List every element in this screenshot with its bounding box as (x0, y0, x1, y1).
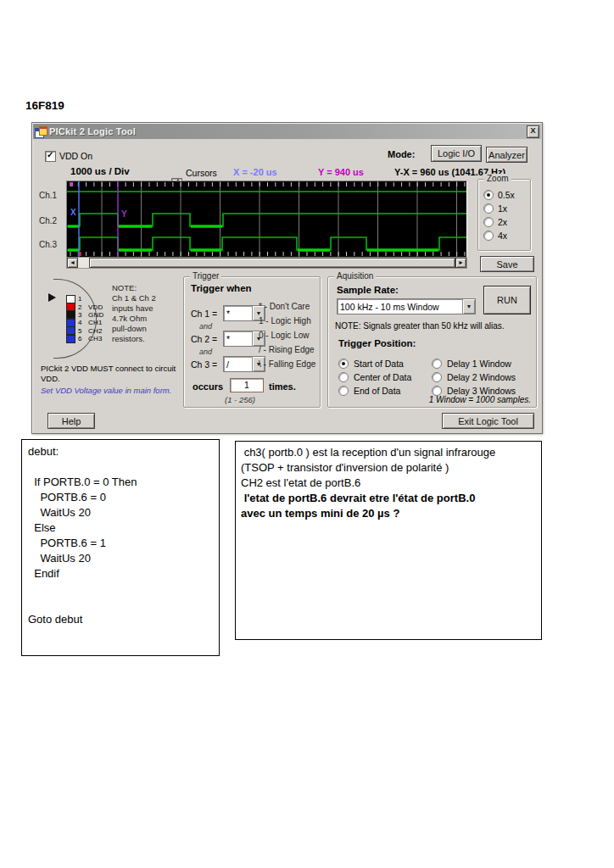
page-title: 16F819 (25, 99, 64, 112)
trigger-row: Ch 1 =*▼and (191, 305, 267, 331)
waveform-scrollbar[interactable]: ◄ ► (66, 257, 467, 269)
sample-rate-value: 100 kHz - 10 ms Window (338, 302, 462, 312)
trigger-position-option[interactable]: Delay 1 Window (432, 357, 516, 370)
scroll-right-icon[interactable]: ► (455, 258, 466, 268)
radio-icon[interactable] (483, 190, 494, 200)
svg-text:Y: Y (121, 209, 127, 219)
trigger-channel-label: Ch 2 = (191, 334, 217, 344)
logic-waveform-svg: XY (67, 181, 466, 257)
scrollbar-thumb[interactable] (89, 258, 455, 268)
cursor-x-readout: X = -20 us (233, 167, 277, 177)
vdd-on-label: VDD On (59, 151, 92, 161)
scroll-left-icon[interactable]: ◄ (67, 258, 78, 268)
trigger-position-label: Trigger Position: (338, 338, 416, 348)
radio-icon[interactable] (483, 203, 494, 214)
pin1-arrow-icon (48, 293, 56, 302)
comment-text: ch3( portb.0 ) est la reception d'un sig… (241, 445, 536, 491)
pickit-logic-tool-window: PICkit 2 Logic Tool X VDD On Mode: Logic… (31, 122, 543, 434)
pulldown-note: NOTE:Ch 1 & Ch 2inputs have4.7k Ohmpull-… (112, 283, 180, 344)
trigger-group-title: Trigger (190, 271, 221, 281)
trigger-row: Ch 2 =*▼and (191, 331, 267, 356)
legend-line: * - Don't Care (259, 299, 315, 314)
window-title: PICkit 2 Logic Tool (49, 126, 136, 136)
pin-label: CH3 (88, 335, 103, 342)
mode-label: Mode: (388, 149, 415, 159)
zoom-option[interactable]: 4x (483, 229, 515, 242)
comment-question-text: l'etat de portB.6 devrait etre l'état de… (241, 491, 536, 521)
vdd-on-checkbox[interactable] (45, 151, 56, 162)
pin-color-swatch (66, 335, 75, 343)
chevron-down-icon[interactable]: ▼ (462, 299, 475, 314)
zoom-option[interactable]: 1x (483, 202, 515, 215)
note-line: resistors. (112, 334, 180, 344)
trigger-position-option-label: End of Data (354, 386, 400, 396)
trigger-position-option[interactable]: End of Data (338, 384, 411, 398)
zoom-option-label: 0.5x (498, 190, 515, 200)
trigger-legend: * - Don't Care1 - Logic High0 - Logic Lo… (259, 299, 315, 371)
pin-number: 3 (78, 311, 84, 319)
comment-box: ch3( portb.0 ) est la reception d'un sig… (235, 441, 542, 640)
trigger-channel-label: Ch 1 = (191, 309, 217, 319)
zoom-option-label: 2x (498, 217, 507, 227)
trigger-condition-value: * (224, 309, 252, 319)
occurs-label: occurs (193, 381, 223, 392)
zoom-option[interactable]: 0.5x (483, 188, 515, 202)
radio-icon[interactable] (338, 372, 349, 382)
note-line: pull-down (112, 324, 180, 334)
trigger-position-col2: Delay 1 WindowDelay 2 WindowsDelay 3 Win… (432, 357, 516, 398)
note-line: inputs have (112, 303, 180, 314)
trigger-position-option[interactable]: Delay 2 Windows (432, 370, 516, 384)
occurs-range-label: (1 - 256) (225, 395, 255, 404)
trigger-condition-value: * (224, 334, 252, 344)
waveform-plot[interactable]: XY (66, 181, 467, 258)
radio-icon[interactable] (338, 359, 349, 369)
cursors-label: Cursors (186, 168, 217, 178)
analyzer-button[interactable]: Analyzer (486, 147, 527, 163)
note-line: Ch 1 & Ch 2 (112, 293, 180, 303)
app-icon (35, 126, 46, 137)
zoom-option[interactable]: 2x (483, 215, 515, 229)
document-page: 16F819 PICkit 2 Logic Tool X VDD On Mode… (0, 0, 614, 868)
legend-line: 0 - Logic Low (259, 328, 315, 342)
help-button[interactable]: Help (47, 413, 95, 429)
trigger-position-option[interactable]: Start of Data (338, 357, 411, 370)
radio-icon[interactable] (432, 359, 442, 369)
trigger-when-heading: Trigger when (191, 283, 252, 293)
logic-io-button[interactable]: Logic I/O (431, 145, 482, 162)
vdd-connect-note: PICkit 2 VDD MUST connect to circuit VDD… (41, 364, 185, 384)
legend-line: \ - Falling Edge (259, 357, 315, 371)
cursor-y-readout: Y = 940 us (318, 167, 364, 177)
sample-rate-label: Sample Rate: (337, 285, 399, 295)
legend-line: 1 - Logic High (259, 314, 315, 328)
close-icon[interactable]: X (527, 125, 539, 138)
sample-rate-select[interactable]: 100 kHz - 10 ms Window ▼ (337, 298, 476, 314)
pin-number: 5 (78, 327, 84, 335)
note-line: 4.7k Ohm (112, 314, 180, 324)
save-button[interactable]: Save (480, 256, 534, 272)
zoom-option-label: 1x (498, 203, 507, 214)
trigger-position-option-label: Start of Data (354, 359, 404, 369)
set-vdd-note: Set VDD Voltage value in main form. (41, 386, 171, 396)
radio-icon[interactable] (483, 231, 494, 241)
pin-label: VDD (88, 303, 103, 311)
trigger-position-option-label: Delay 1 Window (447, 359, 511, 369)
trigger-position-option[interactable]: Center of Data (338, 370, 411, 384)
and-label: and (199, 348, 212, 356)
run-button[interactable]: RUN (483, 286, 531, 314)
radio-icon[interactable] (483, 217, 494, 227)
acquisition-group: Aquisition Sample Rate: 100 kHz - 10 ms … (327, 276, 537, 408)
svg-text:X: X (70, 208, 76, 217)
title-bar[interactable]: PICkit 2 Logic Tool X (33, 124, 541, 139)
trigger-channel-label: Ch 3 = (191, 359, 217, 370)
trigger-position-col1: Start of DataCenter of DataEnd of Data (338, 357, 411, 398)
occurs-count-input[interactable]: 1 (230, 378, 264, 392)
radio-icon[interactable] (338, 386, 349, 396)
note-line: NOTE: (112, 283, 180, 293)
radio-icon[interactable] (432, 372, 442, 382)
pin-label: CH1 (88, 319, 103, 326)
pin-label: GND (88, 311, 103, 319)
exit-logic-tool-button[interactable]: Exit Logic Tool (442, 413, 534, 429)
pin-number: 4 (78, 319, 84, 326)
times-label: times. (269, 381, 296, 392)
legend-line: / - Rising Edge (259, 342, 315, 357)
